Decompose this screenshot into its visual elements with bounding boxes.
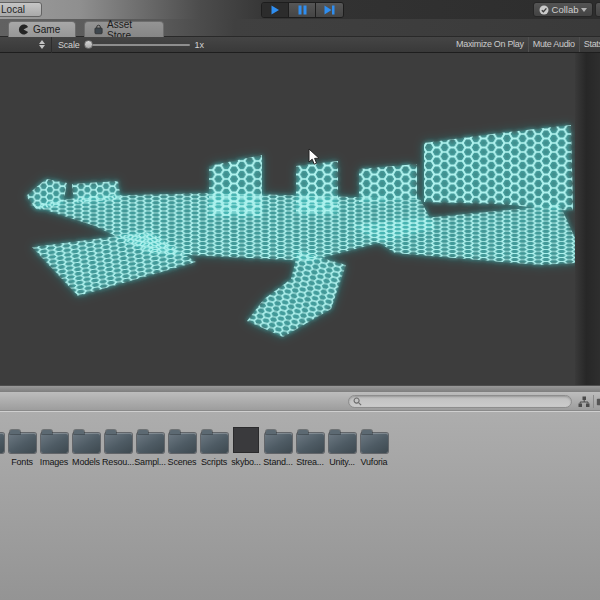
folder-icon: [105, 433, 132, 453]
folder-icon: [265, 433, 292, 453]
folder-icon: [201, 433, 228, 453]
project-item-models[interactable]: Models: [70, 425, 102, 467]
project-item-standard-assets[interactable]: Stand...: [262, 425, 294, 467]
step-icon: [324, 5, 335, 15]
local-button-label: Local: [1, 4, 25, 15]
project-item-label: Fonts: [4, 457, 40, 467]
chevron-down-icon: [581, 8, 587, 12]
project-browser: Fonts Images Models Resou... Sampl... Sc…: [0, 411, 600, 600]
search-icon: [353, 397, 362, 406]
project-item-unity[interactable]: Unity...: [326, 425, 358, 467]
search-box[interactable]: [348, 395, 572, 408]
project-item-label: Scripts: [196, 457, 232, 467]
project-items-row: Fonts Images Models Resou... Sampl... Sc…: [0, 425, 600, 483]
playback-controls: [261, 2, 344, 18]
project-toolbar: [0, 392, 600, 411]
scale-slider-track[interactable]: [90, 44, 190, 46]
hex-wall-center: [296, 161, 338, 214]
play-icon: [270, 5, 280, 15]
project-item-streaming[interactable]: Strea...: [294, 425, 326, 467]
scale-value: 1x: [195, 40, 205, 50]
project-item-label: Resou...: [100, 457, 136, 467]
game-view-surface[interactable]: [0, 53, 600, 385]
mute-audio-button[interactable]: Mute Audio: [528, 37, 579, 52]
pause-icon: [298, 5, 307, 15]
game-toolbar-buttons: Maximize On Play Mute Audio Stats Gizmos: [452, 37, 600, 52]
hex-wall-mid-right: [359, 164, 417, 202]
hex-wall-right: [424, 125, 573, 211]
unity-editor-window: Local: [0, 0, 600, 600]
project-item-label: Vuforia: [356, 457, 392, 467]
project-item-label: Sampl...: [132, 457, 168, 467]
project-item-vuforia[interactable]: Vuforia: [358, 425, 390, 467]
scale-slider[interactable]: [84, 37, 190, 53]
project-item-label: skybo...: [228, 457, 264, 467]
game-view-toolbar: Scale 1x Maximize On Play Mute Audio Sta…: [0, 37, 600, 53]
local-button[interactable]: Local: [0, 2, 42, 17]
scale-label: Scale: [58, 40, 80, 50]
search-input[interactable]: [362, 396, 567, 407]
mouse-cursor: [308, 148, 320, 166]
maximize-on-play-button[interactable]: Maximize On Play: [452, 37, 528, 52]
project-item-scenes[interactable]: Scenes: [166, 425, 198, 467]
pause-button[interactable]: [289, 3, 316, 17]
hex-mesh-scene: [0, 53, 600, 385]
main-toolbar: Local: [0, 0, 600, 19]
step-button[interactable]: [316, 3, 343, 17]
panel-resize-handle[interactable]: [0, 385, 600, 392]
view-tab-bar: Game Asset Store: [0, 19, 600, 37]
project-item-images[interactable]: Images: [38, 425, 70, 467]
tab-game[interactable]: Game: [8, 21, 76, 37]
asset-store-icon: [94, 24, 103, 35]
skybox-texture-icon: [233, 427, 259, 453]
project-item-label: Models: [68, 457, 104, 467]
hidden-assets-icon[interactable]: [596, 396, 600, 408]
project-item-skybox[interactable]: skybo...: [230, 425, 262, 467]
folder-icon: [169, 433, 196, 453]
folder-icon: [137, 433, 164, 453]
folder-icon: [9, 433, 36, 453]
project-item-label: Stand...: [260, 457, 296, 467]
folder-icon: [73, 433, 100, 453]
toolbar-separator: [593, 395, 594, 408]
folder-icon: [297, 433, 324, 453]
project-item-resources[interactable]: Resou...: [102, 425, 134, 467]
up-down-arrows-icon: [39, 40, 45, 49]
folder-icon: [0, 433, 4, 453]
scale-slider-knob[interactable]: [84, 40, 93, 49]
collab-button-label: Collab: [552, 4, 579, 15]
project-item-scripts[interactable]: Scripts: [198, 425, 230, 467]
project-item-label: Strea...: [292, 457, 328, 467]
collab-button[interactable]: Collab: [533, 2, 593, 17]
tab-game-label: Game: [33, 24, 60, 35]
toolbar-edge-button[interactable]: [595, 2, 600, 17]
project-item-label: Unity...: [324, 457, 360, 467]
project-item-label: Images: [36, 457, 72, 467]
stats-button[interactable]: Stats: [579, 37, 600, 52]
folder-icon: [41, 433, 68, 453]
project-item-samples[interactable]: Sampl...: [134, 425, 166, 467]
hex-ribbon-curved: [247, 251, 346, 337]
hex-wall-center-left: [209, 155, 262, 216]
folder-icon: [329, 433, 356, 453]
check-circle-icon: [539, 5, 549, 15]
display-dropdown[interactable]: [0, 37, 52, 53]
project-item-label: Scenes: [164, 457, 200, 467]
tab-asset-store[interactable]: Asset Store: [84, 21, 164, 37]
folder-icon: [361, 433, 388, 453]
game-view-right-gutter: [575, 53, 600, 385]
game-view-icon: [18, 24, 29, 35]
play-button[interactable]: [262, 3, 289, 17]
asset-labels-icon[interactable]: [578, 396, 590, 408]
project-item-fonts[interactable]: Fonts: [6, 425, 38, 467]
